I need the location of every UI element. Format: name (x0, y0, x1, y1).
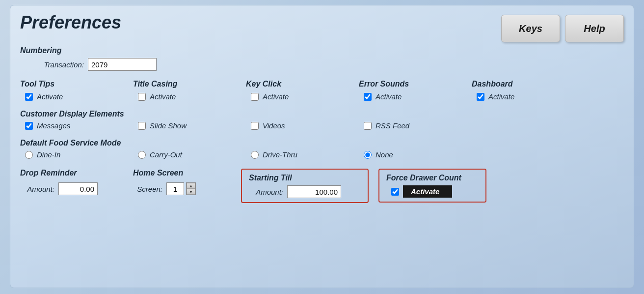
tooltips-group: Tool Tips Activate (20, 80, 133, 101)
drop-reminder-amount-input[interactable] (58, 182, 98, 195)
customer-display-label: Customer Display Elements (20, 110, 624, 118)
title-casing-checkbox[interactable] (138, 93, 146, 101)
error-sounds-activate-row: Activate (364, 92, 472, 101)
error-sounds-group: Error Sounds Activate (359, 80, 472, 101)
tooltips-activate-label: Activate (37, 92, 63, 101)
videos-checkbox[interactable] (251, 122, 259, 130)
tooltips-checkbox[interactable] (25, 93, 33, 101)
starting-till-amount-input[interactable] (287, 185, 341, 198)
numbering-label: Numbering (20, 46, 624, 55)
slideshow-row: Slide Show (138, 121, 246, 130)
starting-till-label: Starting Till (249, 174, 361, 182)
dashboard-checkbox[interactable] (477, 93, 484, 101)
starting-till-amount-label: Amount: (249, 188, 283, 196)
keys-button[interactable]: Keys (501, 15, 560, 42)
drop-reminder-label: Drop Reminder (20, 169, 123, 177)
bottom-row: Drop Reminder Amount: Home Screen Screen… (20, 169, 624, 203)
header-row: Preferences Keys Help (20, 13, 624, 42)
carry-out-row: Carry-Out (138, 150, 246, 159)
starting-till-amount-row: Amount: (249, 185, 361, 198)
dashboard-group: Dashboard Activate (472, 80, 585, 101)
customer-display-row: Messages Slide Show Videos RSS Feed (20, 121, 624, 130)
key-click-label: Key Click (246, 80, 359, 88)
screen-number-input[interactable] (166, 182, 184, 195)
title-casing-group: Title Casing Activate (133, 80, 246, 101)
force-drawer-activate-row: Activate (391, 185, 479, 198)
messages-label: Messages (37, 121, 70, 130)
carry-out-option: Carry-Out (133, 150, 246, 159)
home-screen-screen-label: Screen: (133, 185, 162, 193)
numbering-section: Numbering Transaction: (20, 46, 624, 71)
key-click-activate-row: Activate (251, 92, 359, 101)
main-container: Preferences Keys Help Numbering Transact… (10, 5, 634, 288)
title-casing-activate-label: Activate (150, 92, 176, 101)
none-row: None (364, 150, 472, 159)
carry-out-label: Carry-Out (150, 150, 182, 159)
dashboard-activate-label: Activate (488, 92, 514, 101)
dine-in-radio[interactable] (25, 151, 33, 159)
tooltips-activate-row: Activate (25, 92, 133, 101)
options-grid: Tool Tips Activate Title Casing Activate… (20, 80, 624, 101)
transaction-label: Transaction: (40, 60, 84, 69)
home-screen-label: Home Screen (133, 169, 231, 177)
carry-out-radio[interactable] (138, 151, 146, 159)
dine-in-label: Dine-In (37, 150, 60, 159)
food-service-options: Dine-In Carry-Out Drive-Thru None (20, 150, 624, 159)
key-click-activate-label: Activate (263, 92, 289, 101)
force-drawer-checkbox[interactable] (391, 188, 399, 196)
drive-thru-row: Drive-Thru (251, 150, 359, 159)
spinner-down-button[interactable]: ▼ (187, 189, 195, 195)
help-button[interactable]: Help (565, 15, 624, 42)
food-service-label: Default Food Service Mode (20, 139, 624, 147)
slideshow-group: Slide Show (133, 121, 246, 130)
videos-row: Videos (251, 121, 359, 130)
messages-group: Messages (20, 121, 133, 130)
force-drawer-count-label: Force Drawer Count (386, 174, 479, 182)
drive-thru-label: Drive-Thru (263, 150, 297, 159)
none-radio[interactable] (364, 151, 372, 159)
force-drawer-activate-label: Activate (403, 185, 452, 198)
dashboard-label: Dashboard (472, 80, 585, 88)
title-casing-activate-row: Activate (138, 92, 246, 101)
home-screen-section: Home Screen Screen: ▲ ▼ (133, 169, 231, 195)
slideshow-checkbox[interactable] (138, 122, 146, 130)
spinner-box: ▲ ▼ (186, 182, 196, 195)
videos-label: Videos (263, 121, 285, 130)
force-drawer-count-section: Force Drawer Count Activate (378, 169, 486, 203)
rss-label: RSS Feed (376, 121, 409, 130)
drop-reminder-amount-row: Amount: (20, 182, 123, 195)
error-sounds-checkbox[interactable] (364, 93, 372, 101)
dine-in-row: Dine-In (25, 150, 133, 159)
home-screen-field-row: Screen: ▲ ▼ (133, 182, 231, 195)
transaction-row: Transaction: (40, 58, 624, 71)
slideshow-label: Slide Show (150, 121, 187, 130)
screen-input-row: ▲ ▼ (166, 182, 196, 195)
drive-thru-option: Drive-Thru (246, 150, 359, 159)
messages-row: Messages (25, 121, 133, 130)
rss-checkbox[interactable] (364, 122, 372, 130)
dine-in-option: Dine-In (20, 150, 133, 159)
transaction-input[interactable] (88, 58, 157, 71)
videos-group: Videos (246, 121, 359, 130)
messages-checkbox[interactable] (25, 122, 33, 130)
rss-row: RSS Feed (364, 121, 472, 130)
drop-reminder-amount-label: Amount: (20, 185, 54, 193)
error-sounds-activate-label: Activate (376, 92, 402, 101)
error-sounds-label: Error Sounds (359, 80, 472, 88)
dashboard-activate-row: Activate (477, 92, 585, 101)
page-title: Preferences (20, 13, 121, 32)
tooltips-label: Tool Tips (20, 80, 133, 88)
spinner-up-button[interactable]: ▲ (187, 183, 195, 189)
none-label: None (376, 150, 393, 159)
food-service-section: Default Food Service Mode Dine-In Carry-… (20, 139, 624, 159)
key-click-checkbox[interactable] (251, 93, 259, 101)
rss-group: RSS Feed (359, 121, 472, 130)
customer-display-section: Customer Display Elements Messages Slide… (20, 110, 624, 130)
header-buttons: Keys Help (501, 15, 624, 42)
none-option: None (359, 150, 472, 159)
title-casing-label: Title Casing (133, 80, 246, 88)
drop-reminder-section: Drop Reminder Amount: (20, 169, 123, 195)
key-click-group: Key Click Activate (246, 80, 359, 101)
drive-thru-radio[interactable] (251, 151, 259, 159)
starting-till-section: Starting Till Amount: (241, 169, 369, 203)
